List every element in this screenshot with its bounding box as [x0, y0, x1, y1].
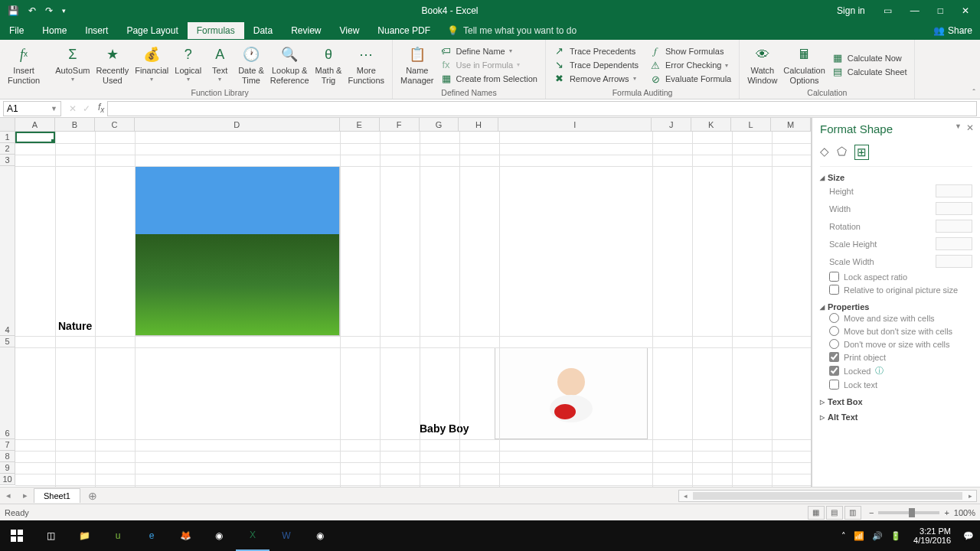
maximize-button[interactable]: □	[932, 2, 949, 19]
enter-formula-icon[interactable]: ✓	[83, 103, 90, 114]
tab-review[interactable]: Review	[282, 22, 330, 39]
tab-view[interactable]: View	[331, 22, 369, 39]
column-header[interactable]: G	[420, 118, 459, 131]
locked-checkbox[interactable]	[829, 366, 839, 376]
row-header[interactable]: 9	[0, 462, 15, 474]
formula-input[interactable]	[107, 101, 977, 116]
chrome-icon[interactable]: ◉	[202, 520, 236, 551]
column-header[interactable]: J	[652, 118, 691, 131]
size-options-icon[interactable]: ⊞	[854, 145, 869, 160]
save-icon[interactable]: 💾	[5, 5, 22, 16]
alt-text-section-header[interactable]: ▷Alt Text	[820, 412, 972, 422]
column-header[interactable]: C	[95, 118, 135, 131]
text-box-section-header[interactable]: ▷Text Box	[820, 397, 972, 406]
edge-icon[interactable]: e	[135, 520, 168, 551]
share-button[interactable]: 👥 Share	[926, 22, 980, 39]
calculation-options-button[interactable]: 🖩Calculation Options	[780, 41, 828, 88]
fx-icon[interactable]: fx	[95, 102, 107, 114]
define-name-button[interactable]: 🏷Define Name ▾	[437, 44, 541, 57]
lock-text-checkbox[interactable]	[829, 380, 839, 390]
spreadsheet-grid[interactable]: ABCDEFGHIJKLM 12345678910 Nature Baby Bo…	[0, 118, 812, 487]
row-header[interactable]: 5	[0, 336, 15, 347]
tray-chevron-icon[interactable]: ˄	[841, 531, 846, 541]
print-object-checkbox[interactable]	[829, 352, 839, 362]
scale-width-input[interactable]	[936, 255, 972, 268]
column-header[interactable]: B	[55, 118, 95, 131]
undo-icon[interactable]: ↶	[25, 5, 39, 16]
close-button[interactable]: ✕	[956, 2, 975, 19]
zoom-slider[interactable]	[878, 511, 939, 514]
create-from-selection-button[interactable]: ▦Create from Selection	[437, 72, 541, 85]
scroll-right-icon[interactable]: ▸	[964, 492, 976, 500]
row-header[interactable]: 8	[0, 451, 15, 462]
tab-nuance[interactable]: Nuance PDF	[368, 22, 439, 39]
active-cell[interactable]	[15, 132, 55, 143]
task-view-icon[interactable]: ◫	[34, 520, 67, 551]
network-icon[interactable]: 📶	[854, 531, 864, 541]
scroll-left-icon[interactable]: ◂	[679, 492, 691, 500]
fill-options-icon[interactable]: ◇	[820, 145, 829, 160]
calculate-sheet-button[interactable]: ▤Calculate Sheet	[828, 65, 910, 78]
relative-size-checkbox[interactable]	[829, 285, 839, 295]
name-box[interactable]: A1 ▼	[3, 101, 61, 116]
cancel-formula-icon[interactable]: ✕	[69, 103, 77, 114]
evaluate-formula-button[interactable]: ⊘Evaluate Formula	[646, 73, 734, 86]
insert-function-button[interactable]: fx Insert Function	[5, 41, 43, 88]
calculate-now-button[interactable]: ▦Calculate Now	[828, 51, 910, 64]
effects-options-icon[interactable]: ⬠	[837, 145, 847, 160]
tab-insert[interactable]: Insert	[76, 22, 117, 39]
close-pane-icon[interactable]: ✕	[966, 122, 974, 133]
lookup-button[interactable]: 🔍Lookup & Reference	[267, 41, 312, 88]
rotation-input[interactable]	[936, 220, 972, 233]
properties-section-header[interactable]: ◢Properties	[820, 302, 972, 311]
move-size-radio[interactable]	[829, 313, 839, 323]
use-in-formula-button[interactable]: fxUse in Formula ▾	[437, 58, 541, 71]
tab-file[interactable]: File	[0, 22, 33, 39]
volume-icon[interactable]: 🔊	[872, 531, 883, 541]
page-break-view-icon[interactable]: ▥	[844, 506, 861, 520]
trace-precedents-button[interactable]: ↗Trace Precedents	[550, 44, 642, 57]
tell-me-search[interactable]: 💡 Tell me what you want to do	[439, 25, 584, 36]
column-header[interactable]: M	[771, 118, 811, 131]
row-header[interactable]: 3	[0, 155, 15, 166]
zoom-in-button[interactable]: +	[944, 508, 949, 517]
horizontal-scrollbar[interactable]: ◂ ▸	[678, 490, 977, 502]
tab-home[interactable]: Home	[33, 22, 76, 39]
ribbon-display-icon[interactable]: ▭	[877, 2, 898, 19]
column-header[interactable]: K	[691, 118, 731, 131]
system-clock[interactable]: 3:21 PM 4/19/2016	[909, 527, 956, 545]
math-button[interactable]: θMath & Trig	[312, 41, 345, 88]
page-layout-view-icon[interactable]: ▤	[826, 506, 843, 520]
sheet-nav-prev[interactable]: ◂	[0, 491, 17, 500]
select-all-corner[interactable]	[0, 118, 15, 131]
excel-taskbar-icon[interactable]: X	[236, 520, 270, 551]
image-baby[interactable]	[495, 347, 648, 439]
show-formulas-button[interactable]: 𝑓Show Formulas	[646, 44, 734, 58]
redo-icon[interactable]: ↷	[42, 5, 56, 16]
column-header[interactable]: F	[380, 118, 420, 131]
remove-arrows-button[interactable]: ✖Remove Arrows ▾	[550, 72, 642, 85]
app-icon-1[interactable]: 📁	[67, 520, 101, 551]
column-header[interactable]: I	[498, 118, 652, 131]
row-header[interactable]: 6	[0, 347, 15, 439]
tab-data[interactable]: Data	[244, 22, 282, 39]
sign-in-button[interactable]: Sign in	[831, 2, 871, 19]
notifications-icon[interactable]: 💬	[963, 531, 974, 541]
collapse-ribbon-icon[interactable]: ˆ	[972, 88, 975, 97]
move-no-size-radio[interactable]	[829, 326, 839, 336]
tab-formulas[interactable]: Formulas	[188, 22, 244, 39]
chrome-icon-2[interactable]: ◉	[303, 520, 337, 551]
width-input[interactable]	[936, 202, 972, 215]
column-header[interactable]: L	[731, 118, 771, 131]
recently-used-button[interactable]: ★Recently Used	[93, 41, 132, 88]
height-input[interactable]	[936, 184, 972, 197]
error-checking-button[interactable]: ⚠Error Checking ▾	[646, 59, 734, 72]
image-nature[interactable]	[135, 166, 340, 336]
watch-window-button[interactable]: 👁Watch Window	[744, 41, 780, 88]
financial-button[interactable]: 💰Financial▾	[132, 41, 172, 88]
row-header[interactable]: 10	[0, 474, 15, 485]
lock-aspect-checkbox[interactable]	[829, 272, 839, 282]
sheet-tab[interactable]: Sheet1	[34, 488, 80, 503]
no-move-radio[interactable]	[829, 339, 839, 349]
minimize-button[interactable]: —	[904, 2, 926, 19]
